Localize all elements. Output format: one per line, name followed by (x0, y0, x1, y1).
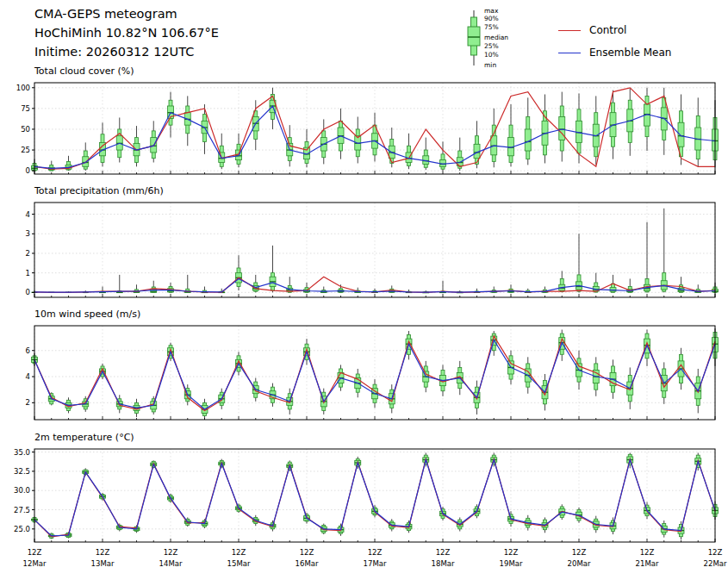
precipitation-chart: 01234 (0, 200, 728, 300)
legend-box-label-10: 10% (484, 51, 499, 59)
svg-text:100: 100 (16, 84, 30, 92)
legend-box-label-max: max (484, 7, 499, 15)
svg-text:4: 4 (26, 210, 30, 219)
control-legend-row: Control (558, 19, 671, 41)
ensemble-mean-line-sample (558, 53, 581, 53)
panel-title-wind-speed: 10m wind speed (m/s) (34, 309, 140, 320)
x-axis-labels: 12Z12Mar12Z13Mar12Z14Mar12Z15Mar12Z16Mar… (0, 547, 728, 577)
x-tick-label: 12Z12Mar (16, 547, 53, 570)
legend-box-label-median: median (484, 34, 508, 41)
line-legend: Control Ensemble Mean (558, 19, 671, 64)
wind-speed-chart: 246 (0, 323, 728, 422)
box-whisker-legend: max 90% 75% median 25% 10% min (462, 5, 555, 71)
control-legend-label: Control (589, 24, 626, 36)
panel-title-cloud-cover: Total cloud cover (%) (34, 65, 134, 77)
meteogram-page: CMA-GEPS meteogram HoChiMinh 10.82°N 106… (0, 0, 728, 586)
svg-text:27.5: 27.5 (14, 506, 30, 514)
legend-box-label-min: min (484, 61, 496, 69)
box-whisker-layer (32, 209, 719, 293)
panel-title-precipitation: Total precipitation (mm/6h) (34, 185, 164, 196)
svg-text:30.0: 30.0 (14, 486, 30, 495)
svg-text:6: 6 (26, 346, 30, 355)
cloud-cover-chart: 0255075100 (0, 80, 728, 177)
svg-text:2: 2 (26, 398, 30, 407)
initime-line: Initime: 20260312 12UTC (34, 43, 219, 62)
x-tick-label: 12Z16Mar (288, 547, 326, 570)
x-tick-label: 12Z13Mar (84, 547, 121, 570)
x-tick-label: 12Z20Mar (560, 547, 598, 570)
svg-text:32.5: 32.5 (14, 467, 30, 476)
legend-box-label-25: 25% (484, 42, 499, 50)
panel-title-temperature: 2m temperature (°C) (34, 432, 134, 443)
svg-text:1: 1 (26, 269, 30, 277)
temperature-chart: 25.027.530.032.535.0 (0, 446, 728, 545)
legend-box-label-90: 90% (484, 15, 499, 22)
x-tick-label: 12Z15Mar (220, 547, 258, 570)
svg-text:25: 25 (21, 146, 30, 154)
svg-text:0: 0 (26, 288, 30, 296)
x-tick-label: 12Z17Mar (356, 547, 394, 570)
legend-box-label-75: 75% (484, 23, 499, 31)
svg-text:75: 75 (21, 104, 30, 113)
x-tick-label: 12Z19Mar (492, 547, 530, 570)
box-whisker-glyph (468, 10, 480, 65)
x-tick-label: 12Z18Mar (424, 547, 462, 570)
box-whisker-layer (32, 452, 719, 539)
x-tick-label: 12Z22Mar (696, 547, 728, 570)
location-line: HoChiMinh 10.82°N 106.67°E (34, 24, 219, 43)
ensemble-legend-row: Ensemble Mean (558, 41, 671, 64)
page-title: CMA-GEPS meteogram (34, 5, 219, 24)
svg-text:50: 50 (21, 125, 30, 134)
x-tick-label: 12Z14Mar (152, 547, 190, 570)
svg-text:35.0: 35.0 (14, 448, 30, 457)
svg-text:0: 0 (26, 166, 30, 175)
control-line-sample (558, 30, 581, 31)
ensemble-legend-label: Ensemble Mean (589, 47, 671, 59)
svg-text:25.0: 25.0 (14, 525, 30, 533)
header: CMA-GEPS meteogram HoChiMinh 10.82°N 106… (34, 5, 219, 61)
svg-text:4: 4 (26, 372, 30, 381)
x-tick-label: 12Z21Mar (628, 547, 666, 570)
svg-text:2: 2 (26, 249, 30, 258)
svg-text:3: 3 (26, 229, 30, 238)
